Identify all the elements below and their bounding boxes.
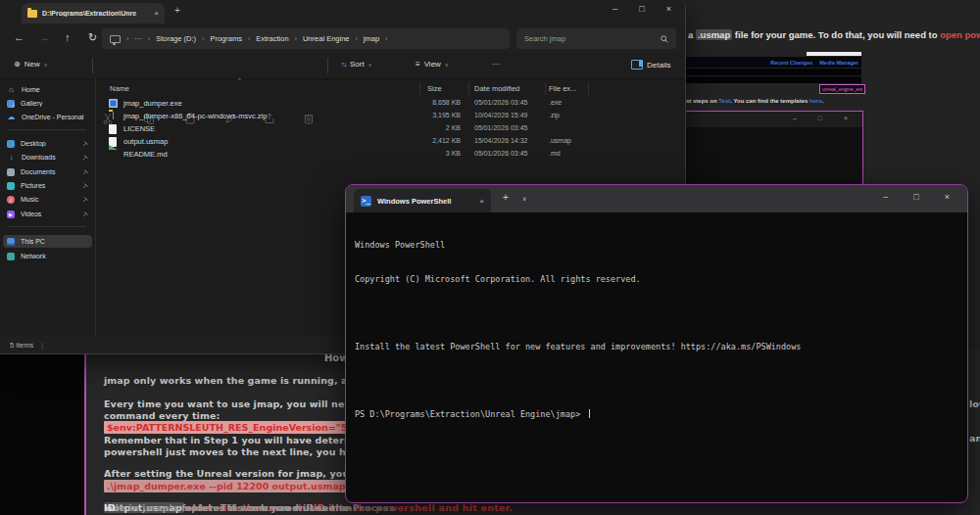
sort-icon: ↑↓ <box>341 61 346 68</box>
minimize-button[interactable]: – <box>612 4 617 14</box>
breadcrumb-ellipsis[interactable]: ··· <box>134 34 142 43</box>
sidebar-item-this-pc[interactable]: This PC <box>3 235 92 248</box>
background-link-bar: Recent Changes Media Manager <box>686 57 861 68</box>
new-tab-button[interactable]: + <box>174 5 180 16</box>
sidebar-item-onedrive[interactable]: ☁ OneDrive - Personal <box>3 111 92 123</box>
open-powershell-emphasis: open pow <box>940 29 980 40</box>
crumb-jmap[interactable]: jmap <box>364 34 379 43</box>
background-row <box>686 69 861 75</box>
crumb-extraction[interactable]: Extraction <box>256 34 288 43</box>
forward-button[interactable]: → <box>39 31 50 43</box>
sidebar-item-documents[interactable]: Documents <box>3 165 92 178</box>
recent-changes-link[interactable]: Recent Changes <box>770 60 812 66</box>
background-window-titlebar: – □ × <box>686 112 862 127</box>
test-link[interactable]: Test <box>718 98 730 104</box>
crumb-storage-d[interactable]: Storage (D:) <box>156 34 196 43</box>
details-button[interactable]: Details <box>631 60 670 70</box>
breadcrumb[interactable]: › ··· › Storage (D:) › Programs › Extrac… <box>102 28 510 49</box>
sidebar-divider <box>8 226 86 227</box>
unreal-engine-tag: unreal_engine_ext <box>819 84 865 94</box>
search-placeholder: Search jmap <box>524 34 565 43</box>
sidebar-item-home[interactable]: ⌂ Home <box>3 83 92 96</box>
gallery-icon <box>7 100 15 108</box>
terminal-cursor <box>589 409 590 418</box>
explorer-titlebar[interactable]: D:\Programs\Extraction\Unre × + – □ × <box>0 0 685 23</box>
sidebar-item-videos[interactable]: ▶ Videos <box>3 208 92 220</box>
tab-close-icon[interactable]: × <box>479 197 484 206</box>
chevron-down-icon: ∨ <box>445 62 449 68</box>
documents-icon <box>7 168 15 176</box>
exe-app-icon <box>109 99 118 108</box>
column-header-date[interactable]: Date modified <box>474 84 519 93</box>
powershell-tab[interactable]: >_ Windows PowerShell × <box>354 189 491 212</box>
file-row-jmap-dumper-exe[interactable]: jmap_dumper.exe 8,658 KB 05/01/2026 03:4… <box>102 98 679 110</box>
pin-icon <box>82 169 88 175</box>
crumb-unreal-engine[interactable]: Unreal Engine <box>303 34 350 43</box>
media-manager-link[interactable]: Media Manager <box>819 60 858 66</box>
jmap-dumper-command-code: .\jmap_dumper.exe --pid 12200 output.usm… <box>104 480 349 492</box>
here-link[interactable]: here <box>809 98 822 104</box>
background-row <box>686 76 861 83</box>
column-header-name[interactable]: Name <box>110 84 129 93</box>
sidebar-item-gallery[interactable]: Gallery <box>3 97 92 110</box>
item-count: 5 items <box>10 341 33 350</box>
search-icon <box>661 35 668 43</box>
refresh-button[interactable]: ↻ <box>88 31 97 44</box>
maximize-button[interactable]: □ <box>913 192 918 202</box>
explorer-tab[interactable]: D:\Programs\Extraction\Unre × <box>22 3 165 23</box>
view-button[interactable]: ≡ View ∨ <box>416 60 449 69</box>
pin-icon <box>82 141 88 147</box>
doc-paragraph: command every time: <box>104 410 220 421</box>
doc-top-line: a .usmap file for your game. To do that,… <box>688 29 980 40</box>
powershell-window-controls: – □ × <box>883 192 950 202</box>
terminal-prompt: PS D:\Programs\Extraction\Unreal Engine\… <box>355 409 585 419</box>
sidebar-item-music[interactable]: ♪ Music <box>3 193 92 206</box>
chevron-down-icon: ∨ <box>44 62 48 68</box>
file-row-zip[interactable]: jmap_dumper-x86_64-pc-windows-msvc.zip 3… <box>102 111 679 122</box>
terminal-output[interactable]: Windows PowerShell Copyright (C) Microso… <box>347 212 966 501</box>
explorer-tab-title: D:\Programs\Extraction\Unre <box>42 10 149 17</box>
sidebar-divider <box>8 129 86 130</box>
pin-icon <box>82 155 88 161</box>
explorer-sidebar: ⌂ Home Gallery ☁ OneDrive - Personal Des… <box>0 78 96 336</box>
sidebar-item-desktop[interactable]: Desktop <box>3 137 92 150</box>
details-pane-icon <box>631 60 643 70</box>
more-options-button[interactable]: ··· <box>492 60 500 69</box>
explorer-window-controls: – □ × <box>612 4 671 14</box>
close-button[interactable]: × <box>666 4 671 14</box>
column-header-size[interactable]: Size <box>427 84 442 93</box>
more-icon: ··· <box>492 60 500 69</box>
close-button[interactable]: × <box>945 192 950 202</box>
file-icon <box>109 124 117 134</box>
up-button[interactable]: ↑ <box>65 31 71 43</box>
sidebar-item-downloads[interactable]: ↓ Downloads <box>3 151 92 164</box>
back-button[interactable]: ← <box>14 31 24 43</box>
file-row-output-usmap[interactable]: output.usmap 2,412 KB 15/04/2026 14:32 .… <box>102 136 679 148</box>
tab-dropdown-icon[interactable]: ∨ <box>522 195 526 202</box>
maximize-button[interactable]: □ <box>639 4 644 14</box>
column-header-ext[interactable]: File ex... <box>549 84 576 93</box>
powershell-titlebar[interactable]: >_ Windows PowerShell × + ∨ – □ × <box>346 185 967 212</box>
background-window-controls[interactable]: – □ × <box>793 115 858 121</box>
pin-icon <box>82 197 88 203</box>
sort-button[interactable]: ↑↓ Sort ∨ <box>341 60 371 69</box>
pin-icon <box>82 183 88 189</box>
new-tab-button[interactable]: + <box>503 192 509 203</box>
crumb-programs[interactable]: Programs <box>210 34 242 43</box>
desktop-icon <box>7 140 15 148</box>
explorer-address-bar: ← → ↑ ↻ › ··· › Storage (D:) › Programs … <box>0 23 685 54</box>
new-button[interactable]: ⊕ New ∨ <box>14 60 47 69</box>
file-row-license[interactable]: LICENSE 2 KB 05/01/2026 03:45 <box>102 123 679 135</box>
network-icon <box>7 253 15 260</box>
sidebar-item-pictures[interactable]: Pictures <box>3 179 92 192</box>
explorer-toolbar: ⊕ New ∨ ↑↓ Sort ∨ ≡ View ∨ ··· Details <box>0 53 685 79</box>
sidebar-item-network[interactable]: Network <box>3 250 92 262</box>
minimize-button[interactable]: – <box>883 192 888 202</box>
tab-close-icon[interactable]: × <box>154 9 159 18</box>
powershell-window: >_ Windows PowerShell × + ∨ – □ × Window… <box>345 184 968 503</box>
search-input[interactable]: Search jmap <box>516 28 676 49</box>
doc-right-fragment: an <box>969 433 980 444</box>
this-pc-icon <box>7 238 15 246</box>
doc-right-fragment: low <box>969 398 980 409</box>
file-row-readme[interactable]: README.md 3 KB 05/01/2026 03:45 .md <box>102 149 679 161</box>
